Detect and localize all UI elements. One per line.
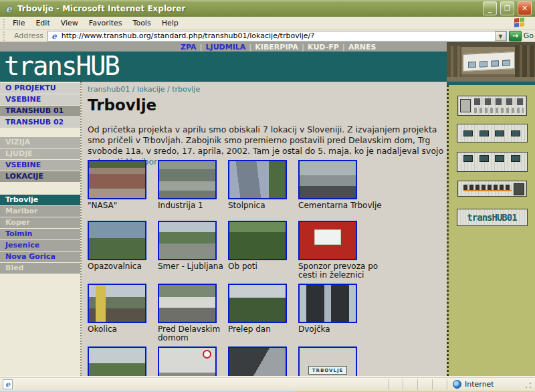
nav-link-ljudmila[interactable]: LJUDMILA [206,43,246,52]
address-url[interactable]: http://www.transhub.org/standard.php/tra… [62,31,314,40]
nav-separator: | [249,43,251,52]
status-pane [417,379,432,390]
document-icon: e [3,379,13,389]
status-zone: Internet [447,379,520,390]
sidebar-item-vsebine[interactable]: VSEBINE [0,94,80,105]
windows-logo-icon [510,17,530,29]
thumbnail-station[interactable]: TRBOVLJE [298,347,357,376]
gallery-item: "NASA" [88,160,158,221]
sidebar-item-jesenice[interactable]: Jesenice [0,240,80,251]
gallery-item [228,347,298,376]
page-favicon-icon: e [49,31,59,41]
menu-tools[interactable]: Tools [128,17,156,29]
thumbnail-caption: Cementarna Trbovlje [298,201,389,210]
breadcrumb-transhub01[interactable]: transhub01 [88,85,130,94]
logo-band: transHUB [0,52,447,82]
thumbnail-caption: Okolica [88,325,154,334]
minimize-button[interactable]: _ [483,1,497,15]
address-dropdown-button[interactable]: ▼ [495,31,506,41]
thumbnail-sponzor[interactable] [298,221,357,260]
gallery-item: Opazovalnica [88,221,158,284]
nav-link-kud-fp[interactable]: KUD-FP [308,43,339,52]
sidebar-item-maribor[interactable]: Maribor [0,206,80,217]
thumbnail-okolica[interactable] [88,284,146,323]
gallery-item: Prelep dan [228,284,298,347]
thumbnail-caption: Stolpnica [228,201,295,210]
thumbnail-industrija-1[interactable] [158,160,217,199]
thumbnail-container[interactable] [158,347,217,376]
ie-logo-icon: e [3,3,14,14]
nav-separator: | [302,43,304,52]
nav-link-zpa[interactable]: ZPA [181,43,197,52]
station-sign: TRBOVLJE [308,366,347,375]
breadcrumb-lokacije[interactable]: lokacije [137,85,165,94]
address-input[interactable]: e http://www.transhub.org/standard.php/t… [47,31,507,41]
addressbar-grip[interactable] [3,31,5,41]
menu-favorites[interactable]: Favorites [84,17,128,29]
thumbnail-dvojcka[interactable] [298,284,357,323]
window-title: Trbovlje - Microsoft Internet Explorer [17,4,479,13]
breadcrumb-trbovlje[interactable]: trbovlje [172,85,200,94]
sidebar-item-trbovlje[interactable]: Trbovlje [0,195,80,205]
sidebar-item-transhub-01[interactable]: TRANSHUB 01 [0,106,80,116]
sidebar-item-lokacije[interactable]: LOKACIJE [0,171,80,182]
transhub-logo: transHUB [4,52,447,81]
go-button[interactable]: → [509,31,522,41]
container-logo-diagram: transHUB01 [457,209,528,226]
toolbar-grip[interactable] [3,19,5,28]
go-label[interactable]: Go [524,31,534,40]
sidebar-item-o-projektu[interactable]: O PROJEKTU [0,83,80,94]
sidebar-item-vsebine-2[interactable]: VSEBINE [0,160,80,171]
nav-separator: | [342,43,345,52]
photo-building-right [515,45,535,82]
status-bar: e Internet [0,376,535,392]
thumbnail-pred-delavskim-domom[interactable] [158,284,217,323]
status-zone-label: Internet [465,380,494,389]
top-nav: ZPA | LJUDMILA | KIBERPIPA | KUD-FP | AR… [0,42,447,52]
sponsor-sign [314,229,341,245]
thumbnail-caption: Sponzor prevoza po cesti in železnici [298,262,389,280]
thumbnail-caption: Ob poti [228,262,295,271]
title-bar: e Trbovlje - Microsoft Internet Explorer… [0,0,535,17]
nav-link-kiberpipa[interactable]: KIBERPIPA [255,43,298,52]
menu-edit[interactable]: Edit [30,17,55,29]
sidebar-item-tolmin[interactable]: Tolmin [0,229,80,239]
thumbnail-caption: Smer - Ljubljana [158,262,225,271]
thumbnail-stolpnica[interactable] [228,160,287,199]
thumbnail-caption: Dvojčka [298,325,389,334]
gallery-item: Dvojčka [298,284,399,347]
address-label: Address [14,31,43,40]
menu-view[interactable]: View [56,17,84,29]
menu-help[interactable]: Help [156,17,184,29]
sidebar-item-transhub-02[interactable]: TRANSHUB 02 [0,117,80,128]
gallery-item [88,347,158,376]
gallery-item: Sponzor prevoza po cesti in železnici [298,221,399,284]
gallery-item: Stolpnica [228,160,298,221]
thumbnail-prelep-dan[interactable] [228,284,287,323]
diagram-rooms [474,98,524,105]
thumbnail-cementarna[interactable] [298,160,357,199]
sidebar-item-bled[interactable]: Bled [0,263,80,274]
sidebar-item-ljudje[interactable]: LJUDJE [0,149,80,159]
thumbnail-nasa[interactable] [88,160,146,199]
container-photo [447,42,535,82]
sidebar-item-nova-gorica[interactable]: Nova Gorica [0,252,80,262]
gallery-item [158,347,228,376]
gallery-item: Cementarna Trbovlje [298,160,399,221]
maximize-button[interactable]: ❐ [500,1,514,15]
menu-file[interactable]: File [7,17,30,29]
thumbnail-ob-poti[interactable] [228,221,287,260]
sidebar-item-koper[interactable]: Koper [0,217,80,228]
gallery-item: Ob poti [228,221,298,284]
thumbnail-opazovalnica[interactable] [88,221,146,260]
thumbnail-valley[interactable] [88,347,146,376]
nav-link-arnes[interactable]: ARNES [348,43,377,52]
close-button[interactable]: ✕ [518,1,532,15]
resize-grip[interactable] [523,380,532,389]
thumbnail-closeup[interactable] [228,347,287,376]
thumbnail-smer-ljubljana[interactable] [158,221,217,260]
sidebar-item-vizija[interactable]: VIZIJA [0,137,80,148]
menu-bar: File Edit View Favorites Tools Help [0,17,535,30]
gallery-item: Pred Delavskim domom [158,284,228,347]
gallery-item: Smer - Ljubljana [158,221,228,284]
